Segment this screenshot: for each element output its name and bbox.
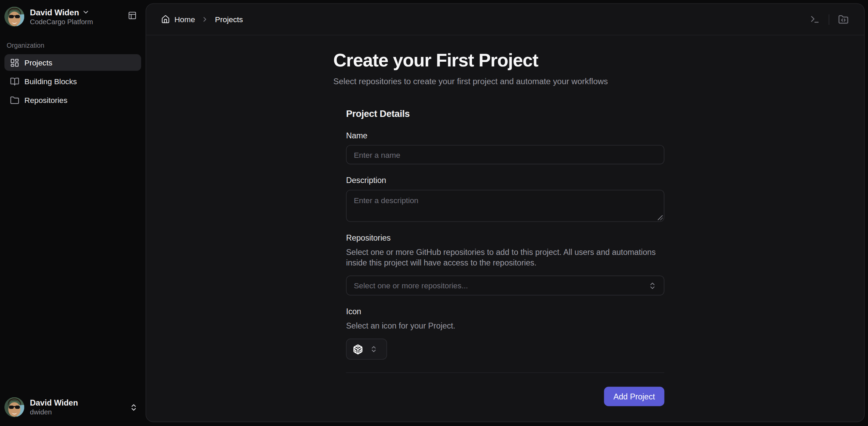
description-input[interactable]	[346, 190, 664, 222]
sidebar-item-label: Projects	[24, 58, 52, 67]
page-title: Create your First Project	[333, 50, 677, 71]
add-project-button[interactable]: Add Project	[604, 387, 664, 406]
chevrons-up-down-icon	[370, 345, 378, 353]
header-divider	[829, 14, 829, 25]
panel-header: Home Projects	[146, 4, 864, 35]
breadcrumb-home[interactable]: Home	[161, 15, 195, 24]
sidebar-item-building-blocks[interactable]: Building Blocks	[4, 73, 141, 90]
terminal-icon[interactable]	[809, 13, 821, 26]
form-divider	[346, 372, 664, 373]
user-handle: dwiden	[30, 408, 124, 416]
home-icon	[161, 15, 170, 24]
chevron-right-icon	[201, 15, 209, 23]
org-name: David Widen	[30, 7, 79, 17]
icon-label: Icon	[346, 307, 664, 316]
org-avatar	[4, 6, 24, 26]
project-form: Project Details Name Description Reposit…	[346, 108, 664, 422]
breadcrumb-current[interactable]: Projects	[215, 15, 243, 24]
panel-toggle-icon[interactable]	[127, 10, 138, 21]
name-label: Name	[346, 131, 664, 140]
user-menu[interactable]: David Widen dwiden	[0, 392, 146, 426]
chevrons-up-down-icon	[130, 403, 138, 411]
book-open-icon	[10, 77, 19, 86]
app-root: David Widen CodeCargo Platform Organizat…	[0, 0, 868, 426]
chevrons-up-down-icon	[648, 281, 656, 289]
main-panel: Home Projects Create your First Project	[146, 3, 865, 422]
resize-handle[interactable]	[658, 215, 663, 220]
folder-code-icon[interactable]	[837, 13, 850, 26]
description-label: Description	[346, 176, 664, 185]
user-name: David Widen	[30, 398, 124, 407]
sidebar-nav: Projects Building Blocks Repositories	[0, 54, 146, 108]
sidebar-item-projects[interactable]: Projects	[4, 54, 141, 71]
org-switcher[interactable]: David Widen CodeCargo Platform	[0, 5, 146, 28]
breadcrumb: Home Projects	[161, 15, 243, 24]
codesandbox-icon	[353, 344, 363, 354]
folder-icon	[10, 95, 19, 105]
sidebar: David Widen CodeCargo Platform Organizat…	[0, 0, 146, 426]
form-section-title: Project Details	[346, 108, 664, 119]
user-avatar	[4, 397, 24, 417]
sidebar-item-repositories[interactable]: Repositories	[4, 92, 141, 108]
repositories-label: Repositories	[346, 233, 664, 242]
repositories-select[interactable]: Select one or more repositories...	[346, 275, 664, 295]
header-actions	[809, 13, 850, 26]
content-area: Create your First Project Select reposit…	[146, 35, 864, 422]
repositories-help: Select one or more GitHub repositories t…	[346, 247, 664, 269]
sidebar-item-label: Building Blocks	[24, 77, 77, 86]
icon-help: Select an icon for your Project.	[346, 321, 664, 332]
org-subtitle: CodeCargo Platform	[30, 18, 121, 26]
layout-dashboard-icon	[10, 58, 19, 67]
page-subtitle: Select repositories to create your first…	[333, 76, 677, 86]
sidebar-item-label: Repositories	[24, 96, 67, 105]
chevron-down-icon	[82, 8, 90, 16]
sidebar-section-label: Organization	[0, 42, 146, 49]
name-input[interactable]	[346, 145, 664, 164]
icon-select[interactable]	[346, 339, 387, 360]
